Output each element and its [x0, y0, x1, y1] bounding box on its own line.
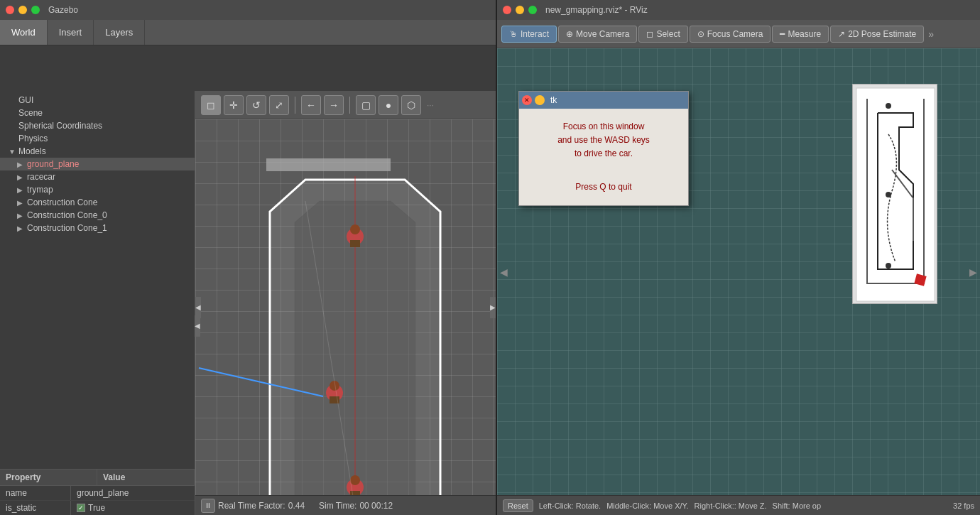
rviz-movecamera-btn[interactable]: ⊕ Move Camera — [558, 26, 637, 43]
box-shape-btn[interactable]: ▢ — [356, 95, 376, 115]
tree-item-trymap[interactable]: ▶ trymap — [0, 183, 195, 196]
simtime-label: Sim Time: — [319, 501, 356, 511]
tk-line4 — [530, 164, 677, 178]
2dpose-icon: ↗ — [838, 29, 845, 39]
prop-row-name: name ground_plane — [0, 486, 195, 501]
gazebo-title: Gazebo — [48, 5, 78, 15]
properties-panel: Property Value name ground_plane is_stat… — [0, 469, 195, 515]
rviz-max-btn[interactable] — [528, 6, 537, 14]
tk-dialog-titlebar: ✕ tk — [519, 92, 688, 109]
rviz-right-arrow[interactable]: ▶ — [969, 266, 977, 278]
redo-btn[interactable]: → — [324, 95, 344, 115]
tk-min-btn[interactable] — [535, 95, 545, 105]
prop-header-property: Property — [0, 470, 97, 485]
prop-value-isstatic: ✓ True — [71, 501, 195, 515]
prop-row-isstatic: is_static ✓ True — [0, 501, 195, 515]
tree-arrow-models: ▼ — [9, 148, 16, 156]
gazebo-sidebar: GUI Scene Spherical Coordinates Physics … — [0, 91, 195, 515]
rviz-2dpose-btn[interactable]: ↗ 2D Pose Estimate — [830, 26, 924, 43]
rviz-close-btn[interactable] — [503, 6, 511, 14]
tree-item-physics[interactable]: Physics — [0, 132, 195, 145]
measure-icon: ━ — [780, 29, 785, 39]
tree-item-cone[interactable]: ▶ Construction Cone — [0, 196, 195, 209]
tree-arrow-cone: ▶ — [17, 199, 24, 207]
tab-insert[interactable]: Insert — [48, 20, 94, 45]
rviz-more-btn[interactable]: » — [928, 28, 934, 40]
select-icon: ◻ — [646, 29, 653, 39]
pause-btn[interactable]: ⏸ — [201, 499, 215, 513]
tk-line1: Focus on this window — [530, 120, 677, 134]
gazebo-content: GUI Scene Spherical Coordinates Physics … — [0, 45, 496, 515]
toolbar-sep1 — [295, 97, 295, 114]
rviz-reset-btn[interactable]: Reset — [503, 499, 533, 512]
map-svg — [853, 85, 937, 303]
realtime-label: Real Time Factor: — [218, 501, 285, 511]
tk-title: tk — [550, 95, 557, 105]
prop-label-name: name — [0, 486, 71, 500]
viewport-grid — [195, 119, 496, 495]
focuscamera-icon: ⊙ — [697, 29, 704, 39]
rviz-titlebar: new_gmapping.rviz* - RViz — [497, 0, 980, 20]
prop-header-value: Value — [97, 470, 195, 485]
rviz-toolbar: 🖱 Interact ⊕ Move Camera ◻ Select ⊙ Focu… — [497, 20, 980, 48]
rviz-panel: new_gmapping.rviz* - RViz 🖱 Interact ⊕ M… — [497, 0, 980, 515]
toolbar-more: ··· — [427, 100, 434, 110]
tree-item-racecar[interactable]: ▶ racecar — [0, 170, 195, 183]
tk-line5: Press Q to quit — [530, 180, 677, 194]
tab-world[interactable]: World — [0, 20, 48, 45]
tree-item-cone1[interactable]: ▶ Construction Cone_1 — [0, 222, 195, 234]
tree-item-scene[interactable]: Scene — [0, 107, 195, 119]
svg-point-19 — [886, 192, 891, 197]
tree-arrow-racecar: ▶ — [17, 173, 24, 181]
rviz-map — [852, 84, 937, 304]
rotate-tool-btn[interactable]: ↺ — [246, 95, 266, 115]
tk-dialog-body: Focus on this window and use the WASD ke… — [519, 109, 688, 205]
gazebo-titlebar: Gazebo — [0, 0, 496, 20]
prop-label-isstatic: is_static — [0, 501, 71, 515]
interact-icon: 🖱 — [509, 29, 518, 39]
tree-item-ground-plane[interactable]: ▶ ground_plane — [0, 158, 195, 170]
scale-tool-btn[interactable]: ⤢ — [269, 95, 289, 115]
tk-dialog: ✕ tk Focus on this window and use the WA… — [518, 91, 689, 206]
rviz-measure-btn[interactable]: ━ Measure — [772, 26, 829, 43]
right-click-label: Right-Click:: Move Z. — [695, 502, 767, 510]
sidebar-collapse-handle[interactable]: ◀ — [195, 315, 200, 337]
tree-item-cone0[interactable]: ▶ Construction Cone_0 — [0, 209, 195, 222]
tree-item-gui[interactable]: GUI — [0, 94, 195, 107]
rviz-title: new_gmapping.rviz* - RViz — [545, 5, 648, 15]
tree-item-spherical[interactable]: Spherical Coordinates — [0, 119, 195, 132]
realtime-value: 0.44 — [288, 501, 305, 511]
tree-panel: GUI Scene Spherical Coordinates Physics … — [0, 91, 195, 469]
gazebo-statusbar: ⏸ Real Time Factor: 0.44 Sim Time: 00 00… — [195, 495, 496, 515]
gazebo-main: ◻ ✛ ↺ ⤢ ← → ▢ ● ⬡ ··· — [195, 91, 496, 515]
rviz-viewport[interactable]: ◀ ▶ ✕ tk Focus on this window and use th… — [497, 48, 980, 495]
viewport-right-handle[interactable]: ▶ — [490, 297, 496, 318]
gazebo-close-btn[interactable] — [6, 6, 14, 14]
rviz-focuscamera-btn[interactable]: ⊙ Focus Camera — [690, 26, 771, 43]
translate-tool-btn[interactable]: ✛ — [224, 95, 244, 115]
toolbar-sep2 — [349, 97, 350, 114]
rviz-interact-btn[interactable]: 🖱 Interact — [501, 26, 557, 43]
checkbox-isstatic[interactable]: ✓ — [77, 504, 85, 512]
tk-line2: and use the WASD keys — [530, 134, 677, 147]
tk-close-btn[interactable]: ✕ — [522, 95, 532, 105]
cylinder-shape-btn[interactable]: ⬡ — [401, 95, 421, 115]
tree-item-models[interactable]: ▼ Models — [0, 145, 195, 158]
gazebo-max-btn[interactable] — [31, 6, 40, 14]
middle-click-label: Middle-Click: Move X/Y. — [606, 502, 688, 510]
rviz-select-btn[interactable]: ◻ Select — [638, 26, 687, 43]
sphere-shape-btn[interactable]: ● — [379, 95, 398, 115]
prop-header: Property Value — [0, 470, 195, 486]
tab-layers[interactable]: Layers — [94, 20, 145, 45]
gazebo-viewport[interactable]: + ▶ ◀ — [195, 119, 496, 495]
shift-label: Shift: More op — [773, 502, 821, 510]
prop-value-name: ground_plane — [71, 486, 195, 500]
gazebo-min-btn[interactable] — [18, 6, 27, 14]
svg-point-20 — [886, 263, 891, 269]
select-tool-btn[interactable]: ◻ — [201, 95, 221, 115]
gazebo-toolbar: ◻ ✛ ↺ ⤢ ← → ▢ ● ⬡ ··· — [195, 91, 496, 119]
rviz-left-arrow[interactable]: ◀ — [500, 266, 508, 278]
rviz-min-btn[interactable] — [516, 6, 524, 14]
undo-btn[interactable]: ← — [301, 95, 321, 115]
tree-arrow-ground: ▶ — [17, 161, 24, 168]
